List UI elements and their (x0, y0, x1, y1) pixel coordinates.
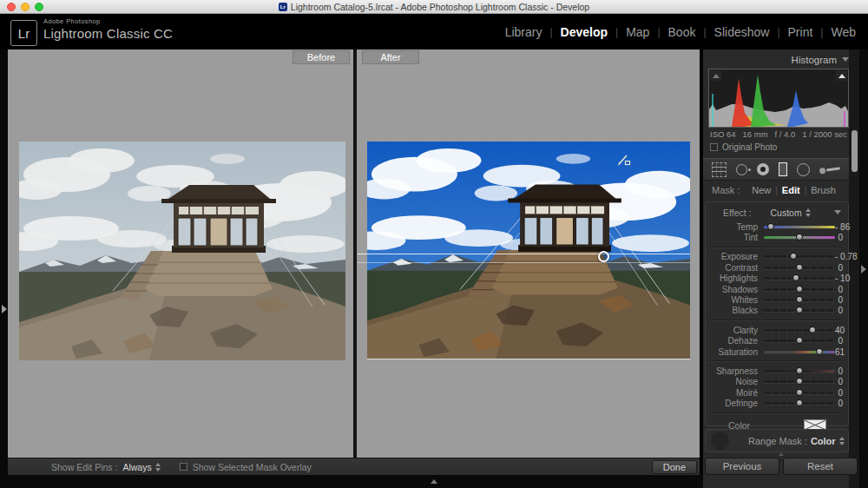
slider-thumb[interactable] (809, 326, 816, 333)
mask-option-new[interactable]: New (747, 185, 775, 195)
previous-button[interactable]: Previous (705, 458, 779, 475)
slider-label: Defringe (707, 399, 764, 408)
slider-track[interactable] (764, 288, 835, 291)
overlay-guide-line (358, 254, 690, 254)
slider-track[interactable] (764, 236, 835, 239)
shadow-clipping-indicator[interactable] (710, 70, 721, 81)
slider-thumb[interactable] (796, 378, 803, 385)
slider-thumb[interactable] (796, 296, 803, 303)
range-mask-value-dropdown[interactable]: Color (811, 436, 836, 446)
module-picker: Library|Develop|Map|Book|Slideshow|Print… (497, 14, 864, 49)
mask-option-edit[interactable]: Edit (778, 185, 805, 195)
before-photo (19, 142, 345, 360)
after-photo[interactable] (367, 142, 690, 359)
slider-value: 0 (835, 388, 843, 398)
histogram-graph[interactable] (708, 69, 849, 128)
original-photo-label: Original Photo (722, 142, 777, 152)
slider-track[interactable] (764, 392, 835, 394)
slider-thumb[interactable] (796, 307, 803, 313)
histogram-collapse-icon[interactable] (842, 57, 849, 62)
histogram-header[interactable]: Histogram (708, 52, 849, 67)
mask-bar: Mask : New|Edit|Brush (703, 181, 849, 199)
slider-value: 0 (835, 285, 843, 294)
nav-map[interactable]: Map (618, 25, 657, 39)
hide-right-panel-arrow-icon[interactable] (861, 265, 866, 274)
slider-value: 0 (835, 366, 843, 376)
show-edit-pins-dropdown-icon[interactable] (155, 463, 161, 472)
slider-thumb[interactable] (796, 286, 803, 293)
slider-track[interactable] (764, 309, 835, 312)
slider-track[interactable] (764, 329, 835, 332)
slider-label: Moiré (707, 388, 764, 398)
mask-overlay-checkbox[interactable] (180, 463, 187, 471)
slider-row-highlights: Highlights- 10 (707, 274, 843, 284)
histogram-title: Histogram (792, 55, 837, 65)
slider-track[interactable] (764, 267, 835, 269)
slider-thumb[interactable] (792, 274, 799, 281)
slider-label: Tint (707, 233, 764, 242)
exif-item: f / 4.0 (775, 129, 796, 139)
slider-label: Contrast (707, 263, 764, 273)
slider-track[interactable] (764, 277, 835, 280)
exif-item: 1 / 2000 sec (802, 129, 847, 139)
effect-panel-collapse-icon[interactable] (834, 210, 841, 214)
slider-thumb[interactable] (767, 223, 774, 230)
exif-readout: ISO 6416 mmf / 4.01 / 2000 sec (710, 129, 847, 139)
show-edit-pins-value[interactable]: Always (122, 462, 151, 472)
slider-row-moir: Moiré0 (707, 387, 843, 398)
section-divider (709, 412, 841, 414)
slider-thumb[interactable] (796, 399, 803, 406)
spot-removal-tool-icon[interactable] (736, 160, 747, 179)
slider-track[interactable] (764, 226, 835, 228)
highlight-clipping-indicator[interactable] (836, 70, 847, 81)
panel-scrollbar-track[interactable] (849, 49, 859, 488)
module-header: Lr Adobe Photoshop Lightroom Classic CC … (0, 14, 868, 49)
range-mask-panel: Range Mask : Color (705, 429, 849, 452)
adjustment-brush-tool-icon[interactable] (819, 160, 840, 179)
slider-track[interactable] (764, 340, 835, 342)
slider-track[interactable] (764, 351, 835, 353)
range-mask-dropdown-icon[interactable] (839, 437, 845, 445)
panel-scrollbar-thumb[interactable] (852, 130, 858, 172)
mask-option-brush[interactable]: Brush (806, 185, 840, 195)
effect-preset-dropdown[interactable]: Custom (771, 208, 802, 218)
red-eye-tool-icon[interactable] (757, 160, 769, 179)
slider-thumb[interactable] (796, 367, 803, 374)
slider-track[interactable] (764, 255, 835, 258)
radial-filter-tool-icon[interactable] (797, 160, 810, 179)
slider-row-whites: Whites0 (707, 294, 843, 305)
nav-book[interactable]: Book (661, 25, 704, 39)
slider-thumb[interactable] (796, 234, 803, 241)
section-divider (709, 360, 841, 362)
show-filmstrip-arrow-icon[interactable] (431, 479, 437, 484)
original-photo-checkbox[interactable] (710, 143, 718, 151)
histogram-svg (709, 69, 848, 127)
reset-button[interactable]: Reset (783, 458, 858, 475)
slider-track[interactable] (764, 380, 835, 383)
slider-value: - 10 (835, 274, 850, 283)
crop-tool-icon[interactable] (712, 160, 727, 179)
nav-web[interactable]: Web (823, 25, 864, 39)
slider-thumb[interactable] (796, 337, 803, 344)
graduated-filter-tool-icon[interactable] (779, 160, 787, 179)
slider-track[interactable] (764, 370, 835, 373)
slider-track[interactable] (764, 402, 835, 405)
nav-print[interactable]: Print (780, 25, 821, 39)
slider-thumb[interactable] (796, 389, 803, 396)
edit-pin[interactable] (598, 251, 609, 262)
slider-thumb[interactable] (816, 348, 823, 355)
nav-slideshow[interactable]: Slideshow (707, 25, 778, 39)
slider-track[interactable] (764, 299, 835, 301)
slider-label: Whites (707, 295, 764, 305)
nav-library[interactable]: Library (497, 25, 550, 39)
effect-header: Effect : Custom (707, 206, 843, 219)
nav-develop[interactable]: Develop (553, 25, 615, 39)
show-left-panel-arrow-icon[interactable] (2, 305, 7, 313)
slider-thumb[interactable] (796, 264, 803, 271)
mask-label: Mask : (712, 185, 740, 195)
window-title: Lightroom Catalog-5.lrcat - Adobe Photos… (291, 2, 589, 12)
slider-label: Dehaze (707, 336, 764, 346)
done-button[interactable]: Done (652, 460, 697, 474)
effect-preset-dropdown-icon[interactable] (806, 208, 811, 217)
slider-thumb[interactable] (790, 253, 797, 260)
